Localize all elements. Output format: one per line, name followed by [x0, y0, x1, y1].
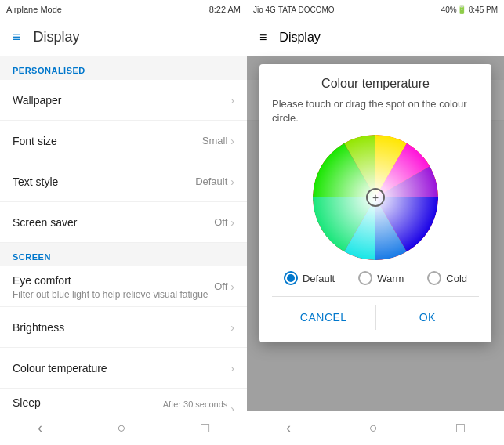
right-status-left: Jio 4G TATA DOCOMO	[253, 5, 335, 14]
sleep-item[interactable]: Sleep Screen turns off after inactivity …	[0, 389, 247, 411]
colour-temperature-title: Colour temperature	[13, 362, 107, 374]
dialog-buttons: CANCEL OK	[272, 296, 479, 330]
color-wheel-container[interactable]: +	[272, 135, 479, 260]
wallpaper-chevron: ›	[230, 94, 234, 107]
section-personalised-header: PERSONALISED	[0, 56, 247, 80]
toolbar-left: ≡ Display	[0, 19, 247, 56]
text-style-title: Text style	[13, 175, 58, 188]
back-button-right[interactable]: ‹	[286, 420, 291, 436]
font-size-value: Small	[202, 135, 228, 147]
wallpaper-title: Wallpaper	[13, 94, 62, 107]
status-bar-left: Airplane Mode 8:22 AM	[0, 0, 247, 19]
radio-default-circle	[284, 271, 298, 285]
text-style-value: Default	[195, 175, 227, 187]
section-screen-header: SCREEN	[0, 243, 247, 266]
dialog-overlay: Colour temperature Please touch or drag …	[247, 56, 504, 411]
eye-comfort-title: Eye comfort	[13, 274, 71, 287]
airplane-mode-label: Airplane Mode	[6, 5, 62, 14]
wallpaper-item[interactable]: Wallpaper ›	[0, 80, 247, 121]
eye-comfort-value: Off	[214, 280, 227, 292]
color-wheel[interactable]: +	[313, 135, 438, 260]
text-style-item[interactable]: Text style Default ›	[0, 161, 247, 202]
home-button-left[interactable]: ○	[118, 420, 126, 436]
right-status-right: 40%🔋 8:45 PM	[441, 5, 498, 14]
radio-cold[interactable]: Cold	[427, 271, 467, 285]
recent-button-right[interactable]: □	[456, 420, 465, 436]
radio-default-label: Default	[303, 273, 335, 284]
eye-comfort-sub: Filter out blue light to help relieve vi…	[13, 289, 214, 300]
brightness-chevron: ›	[230, 321, 234, 334]
right-time: 8:45 PM	[469, 5, 498, 14]
font-size-title: Font size	[13, 135, 57, 147]
recent-button-left[interactable]: □	[201, 420, 209, 436]
left-time: 8:22 AM	[209, 5, 241, 14]
settings-list-left: MOBIGYAAN PERSONALISED Wallpaper › Font …	[0, 56, 247, 411]
radio-cold-label: Cold	[446, 273, 467, 284]
brightness-item[interactable]: Brightness ›	[0, 307, 247, 348]
color-wheel-cursor[interactable]: +	[366, 188, 385, 207]
toolbar-right: ≡ Display	[247, 19, 504, 56]
sleep-chevron: ›	[230, 403, 234, 411]
right-panel: Jio 4G TATA DOCOMO 40%🔋 8:45 PM ≡ Displa…	[247, 0, 504, 445]
screen-saver-title: Screen saver	[13, 216, 77, 229]
brightness-title: Brightness	[13, 321, 64, 334]
menu-icon[interactable]: ≡	[13, 29, 21, 45]
font-size-chevron: ›	[230, 135, 234, 147]
sleep-title: Sleep	[13, 396, 41, 409]
ok-button[interactable]: OK	[375, 305, 480, 330]
radio-cold-circle	[427, 271, 441, 285]
carrier-name2: TATA DOCOMO	[278, 5, 335, 14]
dialog-description: Please touch or drag the spot on the col…	[272, 97, 479, 125]
text-style-chevron: ›	[230, 175, 234, 188]
eye-comfort-item[interactable]: Eye comfort Filter out blue light to hel…	[0, 266, 247, 307]
left-display-title: Display	[34, 29, 80, 45]
right-nav-bar: ‹ ○ □	[247, 411, 504, 445]
radio-default[interactable]: Default	[284, 271, 335, 285]
left-nav-bar: ‹ ○ □	[0, 411, 247, 445]
colour-temp-dialog: Colour temperature Please touch or drag …	[259, 64, 491, 342]
cancel-button[interactable]: CANCEL	[272, 305, 375, 330]
sleep-value: After 30 seconds of inactivity	[157, 400, 227, 411]
radio-options: Default Warm Cold	[272, 271, 479, 285]
radio-warm[interactable]: Warm	[358, 271, 404, 285]
dialog-title: Colour temperature	[272, 77, 479, 91]
status-bar-right: Jio 4G TATA DOCOMO 40%🔋 8:45 PM	[247, 0, 504, 19]
right-display-title: Display	[279, 31, 320, 45]
screen-saver-item[interactable]: Screen saver Off ›	[0, 202, 247, 243]
screen-saver-chevron: ›	[230, 216, 234, 229]
carrier-name: Jio 4G	[253, 5, 276, 14]
colour-temperature-chevron: ›	[230, 362, 234, 374]
battery-level: 40%🔋	[441, 5, 466, 14]
home-button-right[interactable]: ○	[369, 420, 378, 436]
radio-warm-circle	[358, 271, 372, 285]
screen-saver-value: Off	[214, 216, 227, 228]
right-menu-icon[interactable]: ≡	[259, 31, 267, 45]
radio-warm-label: Warm	[377, 273, 404, 284]
left-panel: Airplane Mode 8:22 AM ≡ Display MOBIGYAA…	[0, 0, 247, 445]
eye-comfort-chevron: ›	[230, 280, 234, 293]
colour-temperature-item[interactable]: Colour temperature ›	[0, 348, 247, 389]
font-size-item[interactable]: Font size Small ›	[0, 121, 247, 161]
back-button-left[interactable]: ‹	[38, 420, 42, 436]
